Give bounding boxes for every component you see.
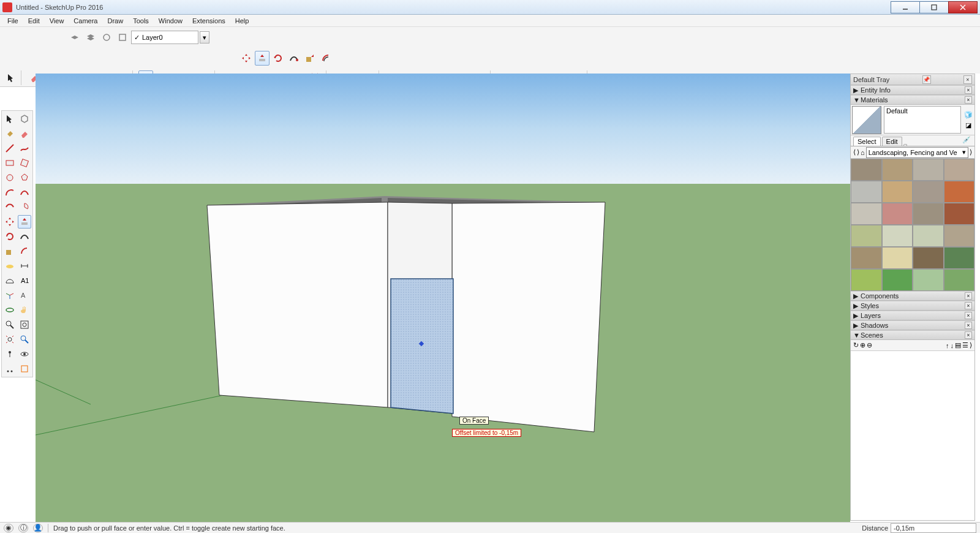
menu-edit[interactable]: Edit [23,16,45,26]
material-thumb-14[interactable] [913,225,944,247]
panel-layers[interactable]: ▶Layers× [851,311,974,320]
lt-zoomextents[interactable] [3,333,17,346]
material-thumb-22[interactable] [913,269,944,291]
move-tool-2[interactable] [239,51,254,66]
material-tab-edit[interactable]: Edit [882,137,902,146]
pushpull-tool-2[interactable] [255,51,270,66]
lt-arc[interactable] [3,186,17,199]
layer-tool-1[interactable] [67,30,82,45]
material-thumb-18[interactable] [913,247,944,269]
material-thumb-4[interactable] [851,181,882,203]
material-thumb-15[interactable] [944,225,975,247]
rotate-tool-2[interactable] [271,51,285,66]
material-thumb-16[interactable] [851,247,882,269]
maximize-button[interactable] [919,1,949,13]
lt-freehand[interactable] [18,142,31,155]
default-material-icon[interactable]: ◪ [965,121,971,129]
lt-circle[interactable] [3,171,17,184]
material-thumb-9[interactable] [882,203,913,225]
scene-remove-icon[interactable]: ⊖ [867,341,872,349]
panel-styles[interactable]: ▶Styles× [851,301,974,311]
menu-extensions[interactable]: Extensions [187,16,230,26]
material-name-field[interactable]: Default [884,106,961,134]
lt-polygon[interactable] [18,171,31,184]
lt-eraser[interactable] [18,127,31,140]
geolocation-icon[interactable]: ◉ [4,524,13,532]
scene-details-icon[interactable]: ⟩ [970,341,972,349]
lt-line[interactable] [3,142,17,155]
material-thumb-1[interactable] [882,159,913,181]
scene-menu-icon[interactable]: ☰ [962,341,968,349]
scenes-list[interactable] [851,351,974,520]
viewport[interactable]: On Face Offset limited to -0,15m [36,74,980,522]
offset-tool-2[interactable] [318,51,333,66]
material-thumb-12[interactable] [851,225,882,247]
material-thumb-11[interactable] [944,203,975,225]
eyedropper-icon[interactable]: 💉 [962,136,972,146]
scene-view-icon[interactable]: ▤ [955,341,961,349]
menu-camera[interactable]: Camera [69,16,102,26]
close-button[interactable] [948,1,978,13]
layer-dropdown-arrow[interactable]: ▾ [200,31,209,43]
material-thumb-21[interactable] [882,269,913,291]
tray-pin-icon[interactable]: 📌 [922,75,931,84]
material-thumb-20[interactable] [851,269,882,291]
mat-menu-icon[interactable]: ⟩ [970,148,972,156]
menu-draw[interactable]: Draw [102,16,128,26]
lt-move[interactable] [3,215,17,229]
material-thumb-5[interactable] [882,181,913,203]
material-swatch[interactable] [852,106,881,134]
lt-axes[interactable] [3,289,17,302]
panel-shadows[interactable]: ▶Shadows× [851,320,974,330]
scene-down-icon[interactable]: ↓ [951,342,954,349]
tray-close-icon[interactable]: × [963,75,972,84]
layer-tool-2[interactable] [83,30,98,45]
lt-position-camera[interactable] [3,347,17,361]
lt-zoom[interactable] [3,318,17,331]
lt-followme[interactable] [18,230,31,243]
lt-component[interactable] [18,112,31,126]
lt-pushpull[interactable] [18,215,31,229]
layer-tool-3[interactable] [99,30,114,45]
lt-dimension[interactable] [18,259,31,273]
material-tab-select[interactable]: Select [853,137,881,146]
lt-walk[interactable] [3,362,17,376]
credits-icon[interactable]: ⓘ [18,524,28,532]
material-thumb-6[interactable] [913,181,944,203]
lt-paintbucket[interactable] [3,127,17,140]
material-library-dropdown[interactable]: Landscaping, Fencing and Ve▾ [866,147,968,158]
layer-dropdown[interactable]: ✓ Layer0 [131,31,198,44]
panel-scenes[interactable]: ▼Scenes× [851,330,974,340]
scale-tool-2[interactable] [303,51,317,66]
lt-rotate[interactable] [3,230,17,243]
lt-orbit[interactable] [3,303,17,317]
lt-scale[interactable] [3,244,17,258]
scene-up-icon[interactable]: ↑ [946,342,949,349]
material-thumb-0[interactable] [851,159,882,181]
material-thumb-2[interactable] [913,159,944,181]
lt-offset[interactable] [18,244,31,258]
menu-help[interactable]: Help [230,16,254,26]
lt-lookaround[interactable] [18,347,31,361]
material-thumb-13[interactable] [882,225,913,247]
lt-rectangle[interactable] [3,156,17,170]
material-thumb-23[interactable] [944,269,975,291]
mat-home-icon[interactable]: ⌂ [861,149,865,156]
select-tool[interactable] [4,70,18,85]
menu-window[interactable]: Window [154,16,187,26]
mat-back-icon[interactable]: ⟨ [853,148,856,156]
menu-view[interactable]: View [45,16,69,26]
panel-materials[interactable]: ▼Materials× [851,95,974,105]
lt-select[interactable] [3,112,17,126]
material-thumb-10[interactable] [913,203,944,225]
lt-section[interactable] [18,362,31,376]
followme-tool-2[interactable] [287,51,301,66]
lt-tape[interactable] [3,259,17,273]
material-thumb-17[interactable] [882,247,913,269]
lt-3parc[interactable] [3,200,17,214]
lt-rotrect[interactable] [18,156,31,170]
lt-pan[interactable] [18,303,31,317]
material-thumb-3[interactable] [944,159,975,181]
lt-3dtext[interactable]: A [18,289,31,302]
material-thumb-7[interactable] [944,181,975,203]
